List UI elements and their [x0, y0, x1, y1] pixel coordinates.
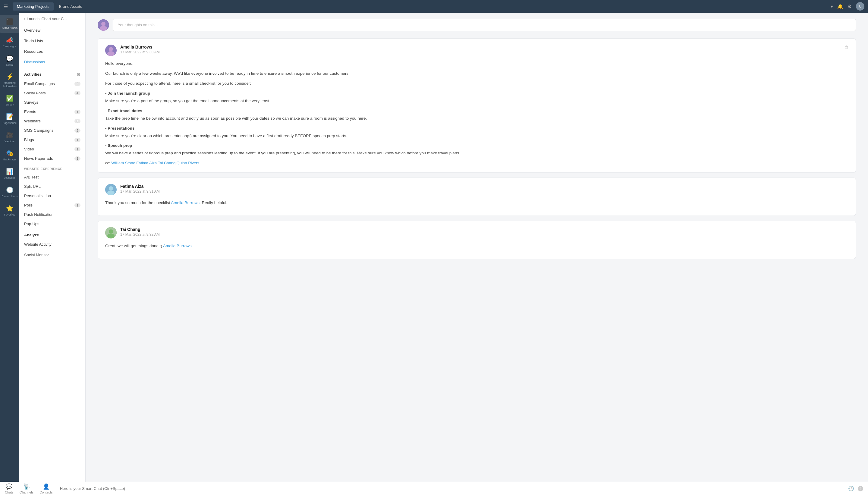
sidebar-analyze-items: Website ActivitySocial Monitor	[19, 239, 85, 260]
sidebar-website-push-notification[interactable]: Push Notification	[19, 210, 85, 219]
analyze-title: Analyze	[24, 233, 39, 237]
add-activity-button[interactable]: ⊕	[76, 71, 81, 77]
sidebar-icon-recent-items[interactable]: 🕐Recent Items	[0, 183, 19, 201]
sidebar-activity-newspaper-ads[interactable]: News Paper ads1	[19, 154, 85, 163]
activity-label-events: Events	[24, 109, 36, 114]
sidebar-nav-todo-lists[interactable]: To-do Lists	[19, 36, 85, 46]
sidebar-activity-email-campaigns[interactable]: Email Campaigns2	[19, 79, 85, 88]
sidebar-icon-marketing-automation[interactable]: ⚡Marketing Automation	[0, 70, 19, 91]
sidebar-icon-pagesense[interactable]: 📝PageSense	[0, 110, 19, 128]
top-nav-tab-marketing-projects[interactable]: Marketing Projects	[13, 2, 54, 11]
bottom-tab-channels[interactable]: 📡Channels	[20, 483, 33, 494]
comment-body: Thank you so much for the checklist Amel…	[105, 200, 848, 206]
back-arrow-icon: ‹	[23, 16, 25, 21]
sidebar-analyze-header: Analyze	[19, 228, 85, 239]
sidebar-activity-social-posts[interactable]: Social Posts4	[19, 88, 85, 98]
activity-label-surveys: Surveys	[24, 100, 38, 105]
delete-comment-button[interactable]: 🗑	[844, 45, 848, 49]
activity-label-sms-campaigns: SMS Campaigns	[24, 128, 54, 133]
sidebar-website-polls[interactable]: Polls1	[19, 201, 85, 210]
sidebar-icon-label-social: Social	[6, 63, 14, 67]
bottom-tab-contacts[interactable]: 👤Contacts	[39, 483, 52, 494]
main-layout: ⬛Brand Studio📣Campaigns💬Social⚡Marketing…	[0, 13, 868, 482]
sidebar-analyze-website-activity[interactable]: Website Activity	[19, 239, 85, 250]
hamburger-icon[interactable]: ☰	[4, 4, 8, 9]
sidebar-website-pop-ups[interactable]: Pop-Ups	[19, 219, 85, 228]
cc-link[interactable]: Tai Chang	[158, 161, 176, 165]
bottom-bar: 💬Chats📡Channels👤Contacts 🕐 ?	[0, 482, 868, 495]
smart-chat-input[interactable]	[60, 486, 841, 491]
comment-body: Great, we will get things done :) Amelia…	[105, 243, 848, 250]
recent-items-icon: 🕐	[6, 186, 14, 193]
sidebar-website-personalization[interactable]: Personalization	[19, 191, 85, 201]
sidebar-icon-label-backstage: Backstage	[3, 158, 16, 161]
checklist-title: - Speech prep	[105, 142, 848, 149]
sidebar-icon-label-analytics: Analytics	[4, 176, 15, 180]
comment-avatar	[105, 184, 117, 195]
sidebar-icon-social[interactable]: 💬Social	[0, 52, 19, 70]
sidebar-activity-events[interactable]: Events1	[19, 107, 85, 116]
activity-count-email-campaigns: 2	[74, 82, 81, 86]
sidebar-nav-resources[interactable]: Resources	[19, 46, 85, 57]
website-experience-title: WEBSITE EXPERIENCE	[19, 163, 85, 172]
cc-link[interactable]: Fatima Aiza	[136, 161, 157, 165]
sidebar-website-split-url[interactable]: Split URL	[19, 182, 85, 191]
sidebar-icon-backstage[interactable]: 🎭Backstage	[0, 147, 19, 164]
sidebar-icon-campaigns[interactable]: 📣Campaigns	[0, 33, 19, 51]
comment-meta: Tai Chang 17 Mar, 2022 at 9:32 AM	[120, 227, 848, 237]
sidebar-icon-webinar[interactable]: 🎥Webinar	[0, 129, 19, 146]
checklist-item: - Presentations Make sure you're clear o…	[105, 125, 848, 140]
svg-point-1	[101, 22, 105, 26]
website-count-polls: 1	[74, 203, 81, 207]
bottom-tab-chats[interactable]: 💬Chats	[5, 483, 14, 494]
greeting: Hello everyone,	[105, 60, 848, 67]
cc-link[interactable]: William Stone	[111, 161, 135, 165]
cc-link[interactable]: Quinn Rivers	[177, 161, 199, 165]
sidebar-icon-analytics[interactable]: 📊Analytics	[0, 165, 19, 183]
bottom-tab-label: Contacts	[39, 491, 52, 494]
sidebar-activities: Email Campaigns2Social Posts4SurveysEven…	[19, 79, 85, 163]
sidebar-icon-favorites[interactable]: ⭐Favorites	[0, 202, 19, 220]
checklist-item: - Speech prep We will have a series of r…	[105, 142, 848, 157]
comment-card-comment-1: Amelia Burrows 17 Mar, 2022 at 9:30 AM 🗑…	[98, 38, 856, 173]
sidebar-nav-discussions[interactable]: Discussions	[19, 57, 85, 67]
sidebar-activity-video[interactable]: Video1	[19, 144, 85, 154]
sidebar-icon-brand-studio[interactable]: ⬛Brand Studio	[0, 15, 19, 33]
marketing-automation-icon: ⚡	[6, 73, 14, 80]
sidebar-activity-surveys[interactable]: Surveys	[19, 98, 85, 107]
dropdown-icon[interactable]: ▾	[831, 4, 833, 9]
sidebar-nav-overview[interactable]: Overview	[19, 25, 85, 36]
sidebar-activities-header: Activities ⊕	[19, 67, 85, 79]
sidebar-activity-sms-campaigns[interactable]: SMS Campaigns2	[19, 126, 85, 135]
checklist-intro: For those of you expecting to attend, he…	[105, 80, 848, 87]
sidebar-activity-blogs[interactable]: Blogs1	[19, 135, 85, 144]
bottom-tab-label: Channels	[20, 491, 33, 494]
activity-label-email-campaigns: Email Campaigns	[24, 81, 55, 86]
comment-author: Fatima Aiza	[120, 184, 848, 189]
comment-time: 17 Mar, 2022 at 9:31 AM	[120, 189, 848, 193]
thought-input[interactable]: Your thoughts on this...	[113, 19, 856, 31]
activity-count-blogs: 1	[74, 138, 81, 142]
comment-body: Hello everyone, Our launch is only a few…	[105, 60, 848, 166]
activity-label-video: Video	[24, 147, 34, 151]
top-nav-tab-brand-assets[interactable]: Brand Assets	[55, 2, 87, 11]
clock-icon: 🕐	[848, 486, 854, 491]
sidebar-icon-label-favorites: Favorites	[4, 213, 15, 217]
sidebar-icon-survey[interactable]: ✅Survey	[0, 92, 19, 109]
sidebar-activity-webinars[interactable]: Webinars8	[19, 116, 85, 126]
sidebar-analyze-social-monitor[interactable]: Social Monitor	[19, 250, 85, 260]
mention-link[interactable]: Amelia Burrows	[163, 243, 192, 248]
checklist-title: - Join the launch group	[105, 90, 848, 97]
user-avatar[interactable]: U	[856, 2, 864, 11]
settings-icon[interactable]: ⚙	[848, 4, 852, 9]
svg-point-7	[109, 186, 113, 190]
comment-meta: Amelia Burrows 17 Mar, 2022 at 9:30 AM	[120, 45, 840, 54]
sidebar-website-ab-test[interactable]: A/B Test	[19, 172, 85, 182]
bell-icon[interactable]: 🔔	[837, 4, 843, 9]
sidebar-icon-label-marketing-automation: Marketing Automation	[1, 81, 18, 88]
comment-card-comment-2: Fatima Aiza 17 Mar, 2022 at 9:31 AM Than…	[98, 177, 856, 216]
mention-link[interactable]: Amelia Burrows	[171, 201, 199, 205]
svg-point-5	[107, 51, 115, 56]
current-user-avatar	[98, 19, 109, 31]
sidebar-back-button[interactable]: ‹ Launch 'Chart your C...	[19, 13, 85, 25]
